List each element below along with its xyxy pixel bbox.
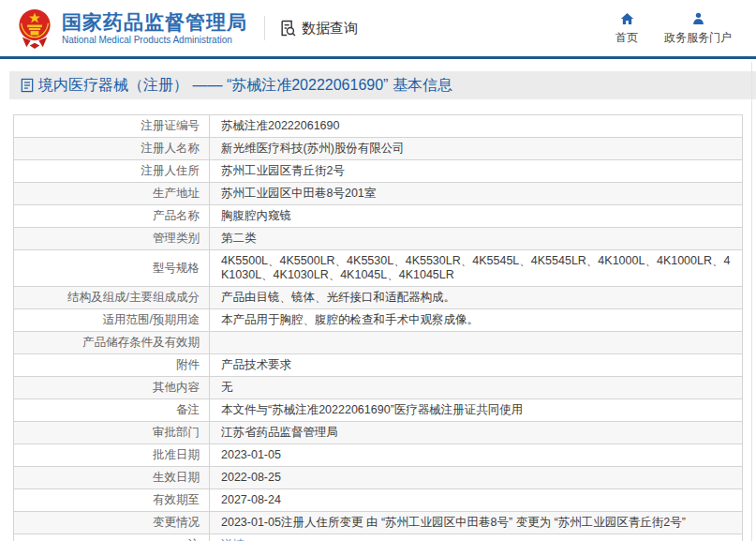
row-value: 2027-08-24 [210,489,743,512]
row-label: 有效期至 [14,489,210,512]
org-name-cn: 国家药品监督管理局 [62,11,247,34]
row-label: 其他内容 [14,377,210,399]
row-label: 审批部门 [14,422,210,444]
row-value-text: 新光维医疗科技(苏州)股份有限公司 [221,142,405,155]
row-value: 本产品用于胸腔、腹腔的检查和手术中观察成像。 [210,309,743,332]
row-value-text: 苏械注准20222061690 [221,119,339,132]
org-name-en: National Medical Products Administration [62,34,247,46]
nav-home-label: 首页 [615,30,638,46]
page-right-edge [751,62,752,541]
table-row: 生效日期2022-08-25 [14,467,743,489]
table-row: 型号规格4K5500L、4K5500LR、4K5530L、4K5530LR、4K… [14,250,743,287]
table-row: 注册人住所苏州工业园区青丘街2号 [14,160,743,183]
row-label-text: 产品名称 [153,209,200,222]
row-label-text: 产品储存条件及有效期 [82,336,200,349]
row-value-text: 产品由目镜、镜体、光纤接口和适配器构成。 [221,291,455,304]
row-label: 生效日期 [14,467,210,489]
row-label: 注册人名称 [14,138,210,160]
row-value [210,332,743,354]
row-value-text: 2023-01-05注册人住所变更 由 “苏州工业园区中田巷8号” 变更为 “苏… [221,516,686,529]
row-label-text: 管理类别 [153,232,200,245]
row-label: 变更情况 [14,512,210,534]
row-value-text: 2022-08-25 [221,471,281,484]
row-label-text: 变更情况 [153,516,200,529]
row-value: 2023-01-05 [210,444,743,467]
row-label-text: 生效日期 [153,471,200,484]
national-emblem-icon [15,7,54,50]
row-value: 2023-01-05注册人住所变更 由 “苏州工业园区中田巷8号” 变更为 “苏… [210,512,743,534]
row-label: 注册证编号 [14,115,210,138]
row-label-text: 适用范围/预期用途 [103,313,200,326]
page-title-bar: 境内医疗器械（注册） —— “苏械注准20222061690” 基本信息 [9,71,756,99]
row-label-text: 审批部门 [153,426,200,439]
row-value: 无 [210,377,743,399]
row-value-text: 4K5500L、4K5500LR、4K5530L、4K5530LR、4K5545… [221,254,730,281]
row-value-text: 无 [221,381,233,394]
row-label: 批准日期 [14,444,210,467]
row-label: 附件 [14,354,210,377]
table-row: 注册人名称新光维医疗科技(苏州)股份有限公司 [14,138,743,160]
row-label-text: 备注 [176,403,200,416]
row-value: 详情 [210,534,743,541]
row-value: 苏州工业园区中田巷8号201室 [210,183,743,205]
row-value: 本文件与“苏械注准20222061690”医疗器械注册证共同使用 [210,399,743,422]
row-label: 注册人住所 [14,160,210,183]
row-value-text: 江苏省药品监督管理局 [221,426,338,439]
row-label: 适用范围/预期用途 [14,309,210,332]
document-icon [21,78,34,93]
row-value-text: 2027-08-24 [221,493,281,506]
row-value-text: 第二类 [221,232,257,245]
table-row: 审批部门江苏省药品监督管理局 [14,422,743,444]
row-label: 管理类别 [14,228,210,250]
row-value: 胸腹腔内窥镜 [210,205,743,228]
row-label-text: 生产地址 [153,187,200,200]
nmpa-logo[interactable]: 国家药品监督管理局 National Medical Products Admi… [15,7,247,50]
row-value-text: 2023-01-05 [221,448,281,461]
table-row: 结构及组成/主要组成成分产品由目镜、镜体、光纤接口和适配器构成。 [14,287,743,309]
row-value: 苏州工业园区青丘街2号 [210,160,743,183]
row-label: 结构及组成/主要组成成分 [14,287,210,309]
row-value: 产品技术要求 [210,354,743,377]
row-label: 型号规格 [14,250,210,287]
row-value-text: 本产品用于胸腔、腹腔的检查和手术中观察成像。 [221,313,479,326]
header-divider [264,16,265,40]
row-value: 江苏省药品监督管理局 [210,422,743,444]
table-row: 适用范围/预期用途本产品用于胸腔、腹腔的检查和手术中观察成像。 [14,309,743,332]
table-row: 注册证编号苏械注准20222061690 [14,115,743,138]
row-label: 注 [14,534,210,541]
row-value: 4K5500L、4K5500LR、4K5530L、4K5530LR、4K5545… [210,250,743,287]
row-value: 产品由目镜、镜体、光纤接口和适配器构成。 [210,287,743,309]
row-label-text: 附件 [176,358,200,371]
row-label-text: 其他内容 [153,381,200,394]
table-row: 管理类别第二类 [14,228,743,250]
nav-portal[interactable]: 政务服务门户 [664,11,732,46]
table-row: 变更情况2023-01-05注册人住所变更 由 “苏州工业园区中田巷8号” 变更… [14,512,743,534]
row-value-text: 胸腹腔内窥镜 [221,209,291,222]
row-value: 苏械注准20222061690 [210,115,743,138]
site-header: 国家药品监督管理局 National Medical Products Admi… [0,0,756,59]
row-value-text: 产品技术要求 [221,358,291,371]
user-icon [690,11,706,26]
row-value-text: 苏州工业园区中田巷8号201室 [221,187,376,200]
row-label-text: 注册人名称 [141,142,200,155]
registration-info-table: 注册证编号苏械注准20222061690注册人名称新光维医疗科技(苏州)股份有限… [13,114,743,541]
row-label-text: 有效期至 [153,493,200,506]
row-label: 生产地址 [14,183,210,205]
table-row: 有效期至2027-08-24 [14,489,743,512]
home-icon [619,11,635,26]
page-title: 境内医疗器械（注册） —— “苏械注准20222061690” 基本信息 [38,76,452,96]
row-label-text: 注册人住所 [141,164,200,177]
row-value: 新光维医疗科技(苏州)股份有限公司 [210,138,743,160]
table-row: 备注本文件与“苏械注准20222061690”医疗器械注册证共同使用 [14,399,743,422]
table-row: 注详情 [14,534,743,541]
table-row: 生产地址苏州工业园区中田巷8号201室 [14,183,743,205]
table-row: 产品名称胸腹腔内窥镜 [14,205,743,228]
row-value: 第二类 [210,228,743,250]
row-label-text: 结构及组成/主要组成成分 [67,291,200,304]
table-row: 附件产品技术要求 [14,354,743,377]
table-row: 批准日期2023-01-05 [14,444,743,467]
row-label-text: 注册证编号 [141,119,200,132]
nav-home[interactable]: 首页 [615,11,638,46]
data-query-icon [278,19,297,38]
nav-data-query[interactable]: 数据查询 [278,19,358,38]
